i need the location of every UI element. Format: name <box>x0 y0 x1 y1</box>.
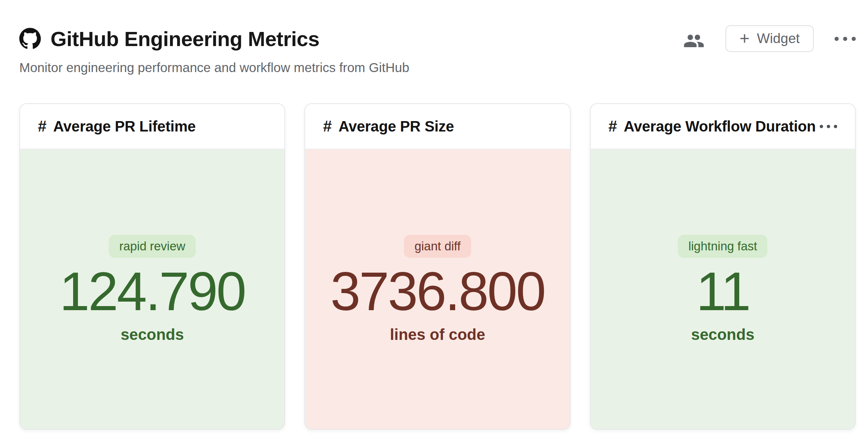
card-body: rapid review 124.790 seconds <box>20 149 284 429</box>
dashboard-page: GitHub Engineering Metrics + Widget Moni… <box>0 0 868 445</box>
card-menu-button[interactable] <box>820 125 837 128</box>
add-widget-button[interactable]: + Widget <box>725 25 814 52</box>
page-menu-button[interactable] <box>835 37 856 41</box>
add-widget-label: Widget <box>757 31 800 46</box>
hash-icon: # <box>38 117 46 135</box>
status-badge: rapid review <box>109 235 196 258</box>
hash-icon: # <box>323 117 332 135</box>
card-title: Average PR Lifetime <box>53 118 196 135</box>
metric-card-average-pr-lifetime: # Average PR Lifetime rapid review 124.7… <box>19 103 285 430</box>
metric-unit: seconds <box>691 326 754 344</box>
card-header: # Average PR Size <box>305 104 570 149</box>
github-logo-icon <box>19 28 41 49</box>
metric-value: 3736.800 <box>330 263 545 320</box>
status-badge: lightning fast <box>678 235 767 258</box>
header-actions: + Widget <box>683 25 856 52</box>
hash-icon: # <box>608 117 617 135</box>
metric-card-average-workflow-duration: # Average Workflow Duration lightning fa… <box>590 103 856 430</box>
metric-unit: seconds <box>121 326 184 344</box>
card-header: # Average Workflow Duration <box>591 104 855 149</box>
card-header: # Average PR Lifetime <box>20 104 284 149</box>
dashboard-header: GitHub Engineering Metrics + Widget Moni… <box>19 24 856 75</box>
share-button[interactable] <box>683 30 705 47</box>
cards-row: # Average PR Lifetime rapid review 124.7… <box>19 103 856 430</box>
title-row: GitHub Engineering Metrics + Widget <box>19 24 856 53</box>
plus-icon: + <box>740 30 750 47</box>
ellipsis-icon <box>820 125 837 128</box>
ellipsis-icon <box>835 37 856 41</box>
card-body: lightning fast 11 seconds <box>591 149 855 429</box>
card-body: giant diff 3736.800 lines of code <box>305 149 570 429</box>
metric-unit: lines of code <box>390 326 485 344</box>
metric-value: 124.790 <box>59 263 245 320</box>
metric-card-average-pr-size: # Average PR Size giant diff 3736.800 li… <box>304 103 570 430</box>
page-subtitle: Monitor engineering performance and work… <box>19 60 856 75</box>
status-badge: giant diff <box>404 235 471 258</box>
metric-value: 11 <box>696 263 750 320</box>
people-icon <box>683 30 705 47</box>
card-title: Average PR Size <box>339 118 454 135</box>
page-title: GitHub Engineering Metrics <box>50 27 319 51</box>
card-title: Average Workflow Duration <box>624 118 816 135</box>
